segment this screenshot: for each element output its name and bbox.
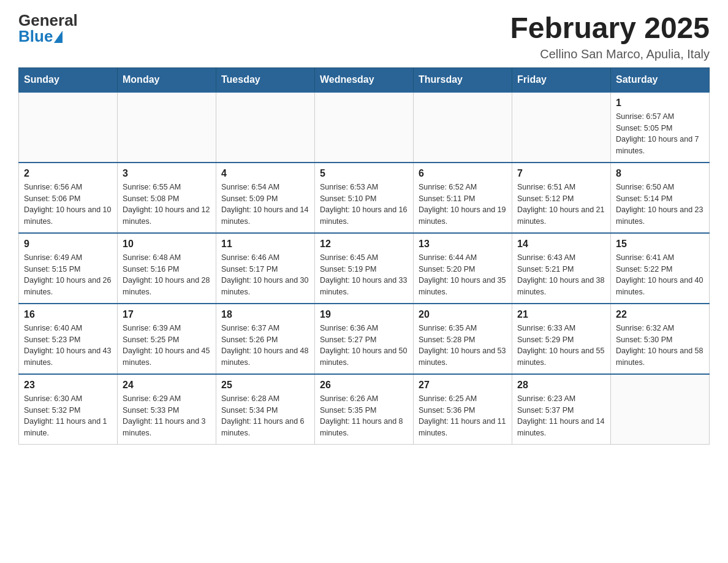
day-info: Sunrise: 6:55 AMSunset: 5:08 PMDaylight:…: [123, 182, 211, 228]
day-number: 27: [419, 380, 507, 391]
day-number: 13: [419, 239, 507, 250]
day-info: Sunrise: 6:43 AMSunset: 5:21 PMDaylight:…: [517, 252, 605, 298]
day-info: Sunrise: 6:57 AMSunset: 5:05 PMDaylight:…: [616, 111, 704, 157]
day-number: 22: [616, 309, 704, 320]
calendar-cell: 18Sunrise: 6:37 AMSunset: 5:26 PMDayligh…: [216, 304, 315, 374]
day-info: Sunrise: 6:25 AMSunset: 5:36 PMDaylight:…: [419, 393, 507, 439]
week-row-4: 16Sunrise: 6:40 AMSunset: 5:23 PMDayligh…: [19, 304, 710, 374]
day-number: 18: [221, 309, 309, 320]
logo-triangle-icon: [54, 31, 63, 43]
day-number: 15: [616, 239, 704, 250]
calendar-cell: [315, 92, 414, 163]
week-row-3: 9Sunrise: 6:49 AMSunset: 5:15 PMDaylight…: [19, 233, 710, 304]
day-info: Sunrise: 6:30 AMSunset: 5:32 PMDaylight:…: [24, 393, 112, 439]
day-number: 24: [123, 380, 211, 391]
day-info: Sunrise: 6:44 AMSunset: 5:20 PMDaylight:…: [419, 252, 507, 298]
calendar-cell: 12Sunrise: 6:45 AMSunset: 5:19 PMDayligh…: [315, 233, 414, 304]
calendar-cell: 27Sunrise: 6:25 AMSunset: 5:36 PMDayligh…: [414, 374, 512, 445]
day-info: Sunrise: 6:53 AMSunset: 5:10 PMDaylight:…: [320, 182, 408, 228]
calendar-cell: 17Sunrise: 6:39 AMSunset: 5:25 PMDayligh…: [118, 304, 216, 374]
day-info: Sunrise: 6:48 AMSunset: 5:16 PMDaylight:…: [123, 252, 211, 298]
day-number: 5: [320, 168, 408, 179]
day-info: Sunrise: 6:50 AMSunset: 5:14 PMDaylight:…: [616, 182, 704, 228]
day-info: Sunrise: 6:40 AMSunset: 5:23 PMDaylight:…: [24, 323, 112, 369]
day-number: 7: [517, 168, 605, 179]
logo-general-text: General: [18, 12, 78, 28]
logo-blue-text: Blue: [18, 28, 63, 44]
calendar-title: February 2025: [510, 12, 710, 45]
calendar-cell: 16Sunrise: 6:40 AMSunset: 5:23 PMDayligh…: [19, 304, 118, 374]
weekday-header-thursday: Thursday: [414, 67, 512, 92]
calendar-cell: 7Sunrise: 6:51 AMSunset: 5:12 PMDaylight…: [512, 163, 611, 233]
calendar-cell: 8Sunrise: 6:50 AMSunset: 5:14 PMDaylight…: [611, 163, 710, 233]
calendar-cell: 14Sunrise: 6:43 AMSunset: 5:21 PMDayligh…: [512, 233, 611, 304]
day-info: Sunrise: 6:37 AMSunset: 5:26 PMDaylight:…: [221, 323, 309, 369]
calendar-cell: [611, 374, 710, 445]
day-info: Sunrise: 6:32 AMSunset: 5:30 PMDaylight:…: [616, 323, 704, 369]
day-number: 23: [24, 380, 112, 391]
page-header: General Blue February 2025 Cellino San M…: [18, 12, 710, 61]
weekday-header-monday: Monday: [118, 67, 216, 92]
calendar-cell: [19, 92, 118, 163]
calendar-cell: [414, 92, 512, 163]
day-info: Sunrise: 6:51 AMSunset: 5:12 PMDaylight:…: [517, 182, 605, 228]
week-row-5: 23Sunrise: 6:30 AMSunset: 5:32 PMDayligh…: [19, 374, 710, 445]
calendar-cell: 15Sunrise: 6:41 AMSunset: 5:22 PMDayligh…: [611, 233, 710, 304]
calendar-cell: 26Sunrise: 6:26 AMSunset: 5:35 PMDayligh…: [315, 374, 414, 445]
day-number: 9: [24, 239, 112, 250]
day-number: 4: [221, 168, 309, 179]
day-info: Sunrise: 6:26 AMSunset: 5:35 PMDaylight:…: [320, 393, 408, 439]
calendar-cell: 20Sunrise: 6:35 AMSunset: 5:28 PMDayligh…: [414, 304, 512, 374]
day-info: Sunrise: 6:33 AMSunset: 5:29 PMDaylight:…: [517, 323, 605, 369]
weekday-header-sunday: Sunday: [19, 67, 118, 92]
day-number: 19: [320, 309, 408, 320]
calendar-cell: 6Sunrise: 6:52 AMSunset: 5:11 PMDaylight…: [414, 163, 512, 233]
calendar-cell: 21Sunrise: 6:33 AMSunset: 5:29 PMDayligh…: [512, 304, 611, 374]
calendar-cell: 9Sunrise: 6:49 AMSunset: 5:15 PMDaylight…: [19, 233, 118, 304]
weekday-header-wednesday: Wednesday: [315, 67, 414, 92]
calendar-cell: 1Sunrise: 6:57 AMSunset: 5:05 PMDaylight…: [611, 92, 710, 163]
calendar-cell: 10Sunrise: 6:48 AMSunset: 5:16 PMDayligh…: [118, 233, 216, 304]
calendar-cell: 19Sunrise: 6:36 AMSunset: 5:27 PMDayligh…: [315, 304, 414, 374]
day-number: 6: [419, 168, 507, 179]
day-number: 2: [24, 168, 112, 179]
weekday-header-row: SundayMondayTuesdayWednesdayThursdayFrid…: [19, 67, 710, 92]
weekday-header-friday: Friday: [512, 67, 611, 92]
day-info: Sunrise: 6:23 AMSunset: 5:37 PMDaylight:…: [517, 393, 605, 439]
day-number: 10: [123, 239, 211, 250]
weekday-header-tuesday: Tuesday: [216, 67, 315, 92]
day-info: Sunrise: 6:56 AMSunset: 5:06 PMDaylight:…: [24, 182, 112, 228]
day-number: 16: [24, 309, 112, 320]
day-info: Sunrise: 6:49 AMSunset: 5:15 PMDaylight:…: [24, 252, 112, 298]
day-number: 21: [517, 309, 605, 320]
day-number: 26: [320, 380, 408, 391]
day-info: Sunrise: 6:41 AMSunset: 5:22 PMDaylight:…: [616, 252, 704, 298]
calendar-cell: 13Sunrise: 6:44 AMSunset: 5:20 PMDayligh…: [414, 233, 512, 304]
week-row-1: 1Sunrise: 6:57 AMSunset: 5:05 PMDaylight…: [19, 92, 710, 163]
week-row-2: 2Sunrise: 6:56 AMSunset: 5:06 PMDaylight…: [19, 163, 710, 233]
day-number: 14: [517, 239, 605, 250]
calendar-cell: 11Sunrise: 6:46 AMSunset: 5:17 PMDayligh…: [216, 233, 315, 304]
calendar-cell: 24Sunrise: 6:29 AMSunset: 5:33 PMDayligh…: [118, 374, 216, 445]
calendar-cell: 22Sunrise: 6:32 AMSunset: 5:30 PMDayligh…: [611, 304, 710, 374]
calendar-cell: [216, 92, 315, 163]
day-number: 20: [419, 309, 507, 320]
day-number: 11: [221, 239, 309, 250]
calendar-cell: 5Sunrise: 6:53 AMSunset: 5:10 PMDaylight…: [315, 163, 414, 233]
calendar-cell: 4Sunrise: 6:54 AMSunset: 5:09 PMDaylight…: [216, 163, 315, 233]
calendar-table: SundayMondayTuesdayWednesdayThursdayFrid…: [18, 67, 710, 445]
day-info: Sunrise: 6:52 AMSunset: 5:11 PMDaylight:…: [419, 182, 507, 228]
day-info: Sunrise: 6:36 AMSunset: 5:27 PMDaylight:…: [320, 323, 408, 369]
calendar-subtitle: Cellino San Marco, Apulia, Italy: [510, 47, 710, 61]
day-info: Sunrise: 6:29 AMSunset: 5:33 PMDaylight:…: [123, 393, 211, 439]
calendar-cell: 25Sunrise: 6:28 AMSunset: 5:34 PMDayligh…: [216, 374, 315, 445]
calendar-cell: [512, 92, 611, 163]
day-number: 28: [517, 380, 605, 391]
day-info: Sunrise: 6:45 AMSunset: 5:19 PMDaylight:…: [320, 252, 408, 298]
day-number: 3: [123, 168, 211, 179]
calendar-cell: 28Sunrise: 6:23 AMSunset: 5:37 PMDayligh…: [512, 374, 611, 445]
day-info: Sunrise: 6:54 AMSunset: 5:09 PMDaylight:…: [221, 182, 309, 228]
weekday-header-saturday: Saturday: [611, 67, 710, 92]
calendar-cell: [118, 92, 216, 163]
day-info: Sunrise: 6:35 AMSunset: 5:28 PMDaylight:…: [419, 323, 507, 369]
